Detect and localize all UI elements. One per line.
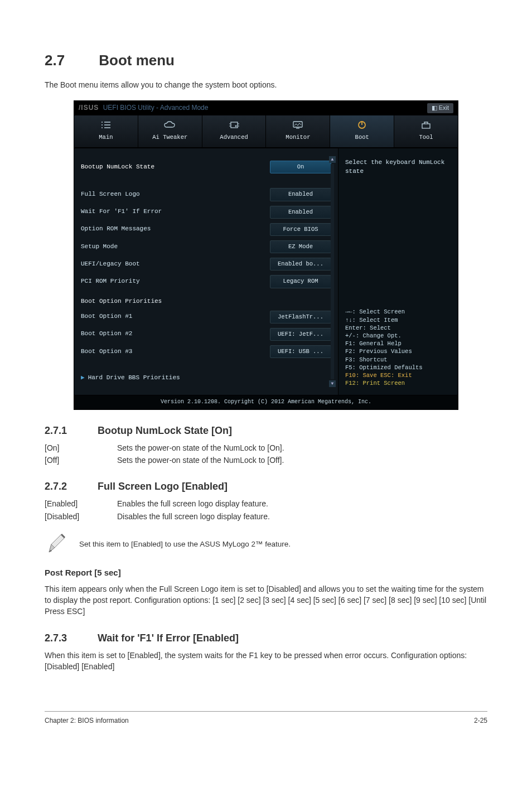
footer-right: 2-25 (474, 716, 487, 726)
option-desc: Enables the full screen logo display fea… (117, 498, 487, 509)
scroll-up-icon[interactable]: ▲ (329, 156, 336, 163)
scrollbar[interactable]: ▲ ▼ (329, 156, 336, 387)
key-line: F2: Previous Values (345, 347, 451, 355)
tab-main-label: Main (75, 133, 137, 142)
hdd-bbs-label: Hard Drive BBS Priorities (88, 374, 180, 381)
option-key: [Off] (45, 455, 117, 466)
subsection-number: 2.7.2 (45, 479, 95, 494)
section-heading: 2.7 Boot menu (45, 50, 487, 71)
boot-option-1-value[interactable]: JetFlashTr... (270, 311, 331, 323)
field-oprom-value[interactable]: Force BIOS (270, 223, 331, 236)
option-row: [On] Sets the power-on state of the NumL… (45, 442, 487, 453)
boot-option-1-label: Boot Option #1 (81, 312, 270, 321)
field-pcirom[interactable]: PCI ROM Priority Legacy ROM (81, 275, 331, 288)
tab-ai-tweaker[interactable]: Ai Tweaker (138, 115, 202, 147)
option-desc: Disables the full screen logo display fe… (117, 511, 487, 522)
svg-point-11 (235, 125, 236, 127)
bios-footer: Version 2.10.1208. Copyright (C) 2012 Am… (74, 395, 458, 409)
field-uefileg-value[interactable]: Enabled bo... (270, 258, 331, 270)
svg-rect-6 (231, 122, 238, 128)
field-setup-value[interactable]: EZ Mode (270, 240, 331, 253)
subsection-number: 2.7.3 (45, 631, 95, 645)
paragraph: When this item is set to [Enabled], the … (45, 650, 487, 673)
key-line: F5: Optimized Defaults (345, 364, 451, 371)
key-line: ↑↓: Select Item (345, 316, 451, 324)
footer-rule (45, 711, 487, 712)
subsection-heading: 2.7.1 Bootup NumLock State [On] (45, 423, 487, 438)
section-number: 2.7 (45, 50, 95, 71)
field-numlock-value[interactable]: On (270, 161, 331, 173)
monitor-icon (267, 119, 328, 131)
bios-help-text: Select the keyboard NumLock state (345, 158, 451, 176)
field-uefileg[interactable]: UEFI/Legacy Boot Enabled bo... (81, 258, 331, 270)
bios-body: Bootup NumLock State On Full Screen Logo… (74, 148, 458, 395)
subsection-title: Full Screen Logo [Enabled] (98, 481, 228, 492)
subsection-title: Wait for 'F1' If Error [Enabled] (98, 632, 239, 644)
list-icon (75, 119, 137, 131)
subsection-title: Bootup NumLock State [On] (98, 425, 232, 436)
field-logo-label: Full Screen Logo (81, 190, 270, 199)
tab-monitor[interactable]: Monitor (266, 115, 330, 147)
key-line: F10: Save ESC: Exit (345, 371, 451, 379)
exit-icon: ◧ (432, 104, 439, 111)
field-numlock[interactable]: Bootup NumLock State On (81, 161, 331, 173)
footer-left: Chapter 2: BIOS information (45, 716, 129, 726)
paragraph: This item appears only when the Full Scr… (45, 583, 487, 617)
option-key: [Disabled] (45, 511, 117, 522)
key-line: +/-: Change Opt. (345, 332, 451, 340)
field-oprom[interactable]: Option ROM Messages Force BIOS (81, 223, 331, 236)
scroll-down-icon[interactable]: ▼ (329, 380, 336, 387)
hdd-bbs-priorities[interactable]: ▶Hard Drive BBS Priorities (81, 374, 331, 383)
key-legend: →←: Select Screen ↑↓: Select Item Enter:… (345, 308, 451, 387)
field-pcirom-label: PCI ROM Priority (81, 277, 270, 286)
chip-icon (204, 119, 265, 131)
option-row: [Enabled] Enables the full screen logo d… (45, 498, 487, 509)
subsection-number: 2.7.1 (45, 423, 95, 438)
boot-option-3-value[interactable]: UEFI: USB ... (270, 345, 331, 358)
field-uefileg-label: UEFI/Legacy Boot (81, 260, 270, 269)
field-setup[interactable]: Setup Mode EZ Mode (81, 240, 331, 253)
tab-ai-label: Ai Tweaker (139, 133, 201, 142)
bios-title-left: /ISUS UEFI BIOS Utility - Advanced Mode (79, 103, 208, 113)
tab-boot[interactable]: Boot (330, 115, 394, 147)
tab-advanced-label: Advanced (204, 133, 265, 142)
bios-left-pane: Bootup NumLock State On Full Screen Logo… (74, 148, 338, 395)
field-waitf1-value[interactable]: Enabled (270, 206, 331, 219)
subsection-heading: 2.7.3 Wait for 'F1' If Error [Enabled] (45, 631, 487, 645)
bios-brand: /ISUS (79, 104, 99, 112)
pencil-icon (45, 532, 69, 557)
option-row: [Off] Sets the power-on state of the Num… (45, 455, 487, 466)
tab-tool[interactable]: Tool (394, 115, 458, 147)
field-setup-label: Setup Mode (81, 243, 270, 252)
field-pcirom-value[interactable]: Legacy ROM (270, 275, 331, 288)
bios-title-text: UEFI BIOS Utility - Advanced Mode (103, 104, 209, 112)
option-key: [Enabled] (45, 498, 117, 509)
tab-main[interactable]: Main (74, 115, 138, 147)
key-line: F12: Print Screen (345, 379, 451, 387)
key-line: F1: General Help (345, 340, 451, 347)
key-line: →←: Select Screen (345, 308, 451, 316)
field-oprom-label: Option ROM Messages (81, 225, 270, 234)
option-row: [Disabled] Disables the full screen logo… (45, 511, 487, 522)
field-logo-value[interactable]: Enabled (270, 188, 331, 201)
field-logo[interactable]: Full Screen Logo Enabled (81, 188, 331, 201)
tab-tool-label: Tool (395, 133, 457, 142)
option-key: [On] (45, 442, 117, 453)
key-line: Enter: Select (345, 324, 451, 332)
tab-monitor-label: Monitor (267, 133, 328, 142)
field-waitf1[interactable]: Wait For 'F1' If Error Enabled (81, 206, 331, 219)
boot-option-1[interactable]: Boot Option #1 JetFlashTr... (81, 311, 331, 323)
key-line: F3: Shortcut (345, 356, 451, 364)
sub3-heading: Post Report [5 sec] (45, 567, 487, 579)
boot-option-2[interactable]: Boot Option #2 UEFI: JetF... (81, 328, 331, 341)
bios-tabs: Main Ai Tweaker Advanced Monitor (74, 115, 458, 148)
boot-option-3[interactable]: Boot Option #3 UEFI: USB ... (81, 345, 331, 358)
boot-option-2-value[interactable]: UEFI: JetF... (270, 328, 331, 341)
scroll-track[interactable] (331, 164, 334, 379)
tab-advanced[interactable]: Advanced (202, 115, 266, 147)
page-footer: Chapter 2: BIOS information 2-25 (45, 716, 487, 726)
chevron-right-icon: ▶ (81, 374, 85, 381)
bios-exit-button[interactable]: ◧ Exit (427, 103, 453, 113)
power-icon (331, 119, 393, 131)
option-desc: Sets the power-on state of the NumLock t… (117, 455, 487, 466)
